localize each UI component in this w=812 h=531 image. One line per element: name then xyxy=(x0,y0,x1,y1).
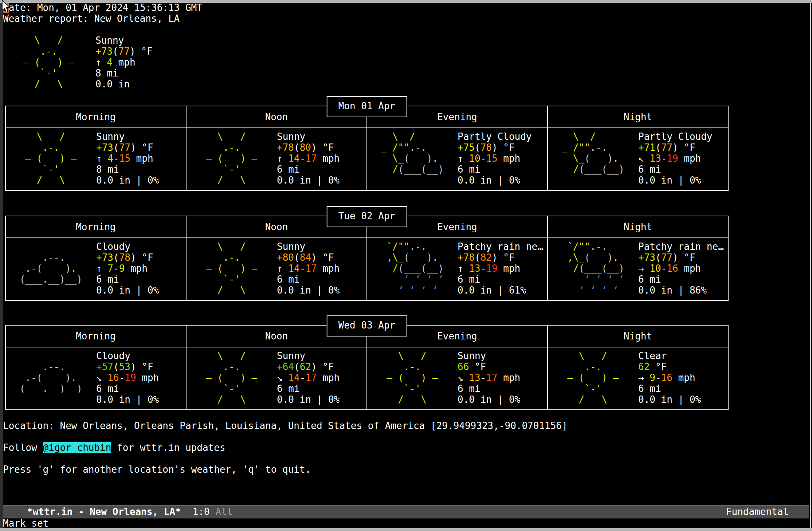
cell-evening: \ / .-. ― ( ) ― `-' / \Sunny66 °F↘ 13-17… xyxy=(366,347,547,409)
visibility-text: 6 mi xyxy=(458,274,543,285)
cursor-position: 1:0 xyxy=(193,506,210,517)
cell-noon: \ / .-. ― ( ) ― `-' / \Sunny+78(80) °F↑ … xyxy=(186,128,366,190)
precipitation-text: 0.0 in xyxy=(95,79,153,90)
condition-text: Clear xyxy=(638,350,701,361)
visibility-text: 6 mi xyxy=(277,383,340,394)
wind-text: ↑ 7-9 mph xyxy=(96,263,159,274)
twitter-handle-highlight[interactable]: @igor_chubin xyxy=(43,442,111,453)
precipitation-text: 0.0 in | 0% xyxy=(96,394,159,405)
modeline[interactable]: *wttr.in - New Orleans, LA* 1:0 All Fund… xyxy=(3,505,809,519)
emacs-frame: Date: Mon, 01 Apr 2024 15:36:13 GMTWeath… xyxy=(0,0,812,531)
sunny-icon: .-. xyxy=(12,46,74,57)
wind-text: → 10-16 mph xyxy=(638,263,724,274)
precipitation-text: 0.0 in | 0% xyxy=(458,175,532,186)
temperature-text: 62 °F xyxy=(638,361,701,372)
cell-noon: \ / .-. ― ( ) ― `-' / \Sunny+64(62) °F↘ … xyxy=(186,347,366,409)
wind-text: ↘ 13-17 mph xyxy=(458,372,520,383)
partly-cloudy-icon: \ / _ /"".-. \_( ). /(___(__) xyxy=(375,131,444,186)
condition-text: Sunny xyxy=(277,241,340,252)
condition-text: Sunny xyxy=(96,131,159,142)
column-header-morning: Morning xyxy=(6,106,186,127)
cell-text: Partly Cloudy+71(77) °F↖ 13-19 mph6 mi0.… xyxy=(638,131,713,186)
temperature-text: +73(78) °F xyxy=(96,252,159,263)
precipitation-text: 0.0 in | 0% xyxy=(458,394,520,405)
sunny-icon: \ / xyxy=(12,35,74,46)
temperature-text: +57(53) °F xyxy=(96,361,159,372)
cell-evening: _`/"".-. ,\_( ). /(___(__) ‘ ‘ ‘ ‘ ‘ ‘ ‘… xyxy=(366,238,547,300)
forecast-table-mon-01-apr: Mon 01 AprMorningNoonEveningNight \ / .-… xyxy=(5,96,729,192)
patchy-rain-icon: _`/"".-. ,\_( ). /(___(__) ‘ ‘ ‘ ‘ ‘ ‘ ‘… xyxy=(556,241,624,296)
precipitation-text: 0.0 in | 0% xyxy=(277,175,340,186)
date-tab: Tue 02 Apr xyxy=(327,206,407,227)
partly-cloudy-icon: \ / _ /"".-. \_( ). /(___(__) xyxy=(556,131,624,186)
cell-night: \ / .-. ― ( ) ― `-' / \Clear62 °F→ 9-16 … xyxy=(547,347,728,409)
temperature-text: +80(84) °F xyxy=(277,252,340,263)
cell-text: Sunny+80(84) °F↑ 14-17 mph6 mi0.0 in | 0… xyxy=(277,241,340,296)
forecast-grid: MorningNoonEveningNight \ / .-. ― ( ) ― … xyxy=(5,106,729,191)
buffer-name: *wttr.in - New Orleans, LA* xyxy=(27,506,181,517)
condition-text: Cloudy xyxy=(96,241,159,252)
precipitation-text: 0.0 in | 0% xyxy=(638,175,713,186)
condition-text: Partly Cloudy xyxy=(638,131,713,142)
sunny-icon: ― ( ) ― xyxy=(12,57,74,68)
precipitation-text: 0.0 in | 0% xyxy=(277,285,340,296)
condition-text: Patchy rain ne… xyxy=(638,241,724,252)
temperature-text: +75(78) °F xyxy=(458,142,532,153)
report-header: Date: Mon, 01 Apr 2024 15:36:13 GMTWeath… xyxy=(3,2,203,24)
current-conditions: Sunny+73(77) °F↑ 4 mph8 mi0.0 in xyxy=(95,35,153,90)
wind-text: ↑ 14-17 mph xyxy=(277,263,340,274)
right-window-divider[interactable] xyxy=(810,3,811,528)
column-header-morning: Morning xyxy=(6,216,186,237)
temperature-text: +64(62) °F xyxy=(277,361,340,372)
visibility-text: 6 mi xyxy=(638,383,701,394)
condition-text: Cloudy xyxy=(96,350,159,361)
follow-line: Follow @igor_chubin for wttr.in updates xyxy=(3,442,225,453)
wind-text: ↑ 14-17 mph xyxy=(277,153,340,164)
condition-text: Patchy rain ne… xyxy=(458,241,543,252)
date-tab: Wed 03 Apr xyxy=(327,315,407,337)
condition-text: Sunny xyxy=(277,350,340,361)
precipitation-text: 0.0 in | 0% xyxy=(638,394,701,405)
cell-night: _`/"".-. ,\_( ). /(___(__) ‘ ‘ ‘ ‘ ‘ ‘ ‘… xyxy=(547,238,728,300)
cell-text: Sunny+64(62) °F↘ 14-17 mph6 mi0.0 in | 0… xyxy=(277,350,340,405)
cell-morning: \ / .-. ― ( ) ― `-' / \Sunny+73(77) °F↑ … xyxy=(6,128,186,190)
precipitation-text: 0.0 in | 0% xyxy=(96,175,159,186)
wind-text: ↘ 16-19 mph xyxy=(96,372,159,383)
major-mode-label: Fundamental xyxy=(726,506,789,517)
sunny-icon: \ / .-. ― ( ) ― `-' / \ xyxy=(195,131,257,186)
temperature-text: +78(80) °F xyxy=(277,142,340,153)
cell-text: Sunny+78(80) °F↑ 14-17 mph6 mi0.0 in | 0… xyxy=(277,131,340,186)
cell-text: Sunny+73(77) °F↑ 4-15 mph8 mi0.0 in | 0% xyxy=(96,131,159,186)
window-bottom-edge xyxy=(0,528,812,531)
cell-text: Cloudy+57(53) °F↘ 16-19 mph6 mi0.0 in | … xyxy=(96,350,159,405)
temperature-text: +73(77) °F xyxy=(96,142,159,153)
temperature-text: +73(77) °F xyxy=(638,252,724,263)
sunny-icon: / \ xyxy=(12,79,74,90)
column-header-night: Night xyxy=(547,216,728,237)
cloudy-icon: .--. .-( ). (___.__)__) xyxy=(14,241,82,296)
left-fringe xyxy=(0,3,3,528)
visibility-text: 6 mi xyxy=(96,383,159,394)
wind-text: ↑ 13-19 mph xyxy=(458,263,543,274)
wind-text: ↑ 4 mph xyxy=(95,57,153,68)
cell-noon: \ / .-. ― ( ) ― `-' / \Sunny+80(84) °F↑ … xyxy=(186,238,366,300)
visibility-text: 6 mi xyxy=(458,164,532,175)
cell-evening: \ / _ /"".-. \_( ). /(___(__)Partly Clou… xyxy=(366,128,547,190)
precipitation-text: 0.0 in | 86% xyxy=(638,285,724,296)
echo-area: Mark set xyxy=(3,518,48,529)
wind-text: ↖ 13-19 mph xyxy=(638,153,713,164)
cell-text: Partly Cloudy+75(78) °F↑ 10-15 mph6 mi0.… xyxy=(458,131,532,186)
location-line: Location: New Orleans, Orleans Parish, L… xyxy=(3,420,568,431)
wind-text: ↑ 10-15 mph xyxy=(458,153,532,164)
date-line: Date: Mon, 01 Apr 2024 15:36:13 GMT xyxy=(3,2,203,13)
condition-text: Sunny xyxy=(458,350,520,361)
temperature-text: +73(77) °F xyxy=(95,46,153,57)
forecast-grid: MorningNoonEveningNight .--. .-( ). (___… xyxy=(5,216,729,301)
precipitation-text: 0.0 in | 0% xyxy=(96,285,159,296)
precipitation-text: 0.0 in | 61% xyxy=(458,285,543,296)
visibility-text: 6 mi xyxy=(277,164,340,175)
visibility-text: 6 mi xyxy=(638,164,713,175)
wind-text: ↑ 4-15 mph xyxy=(96,153,159,164)
cell-text: Patchy rain ne…+78(82) °F↑ 13-19 mph6 mi… xyxy=(458,241,543,296)
cell-night: \ / _ /"".-. \_( ). /(___(__)Partly Clou… xyxy=(547,128,728,190)
